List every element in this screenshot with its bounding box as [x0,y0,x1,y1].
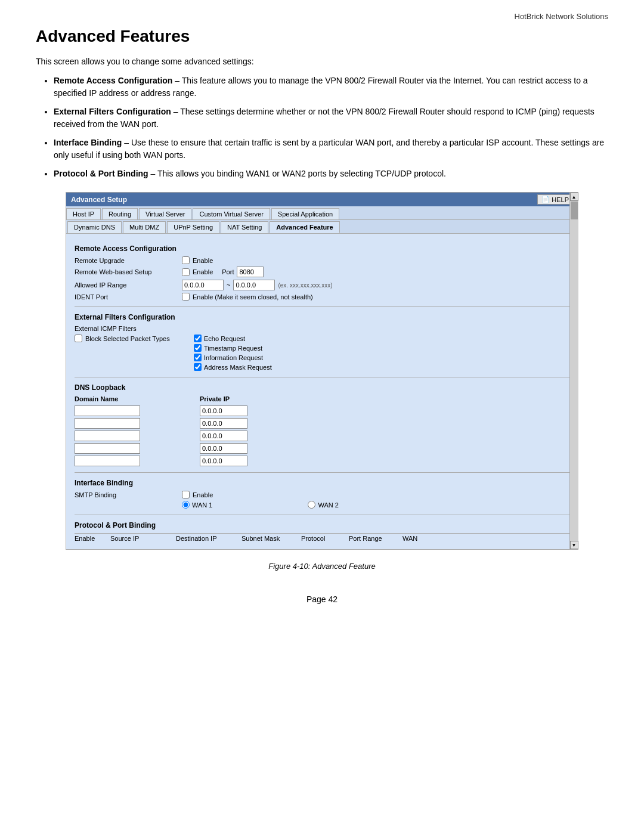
domain-input-3[interactable] [75,431,140,441]
protocol-table-header: Enable Source IP Destination IP Subnet M… [75,533,569,543]
scroll-up-button[interactable]: ▲ [570,193,578,201]
allowed-ip-row: Allowed IP Range ~ (ex. xxx.xxx.xxx.xxx) [75,280,569,290]
port-label: Port [222,268,234,275]
intro-text: This screen allows you to change some ad… [36,57,608,66]
divider1 [75,306,569,307]
wan2-radio-item: WAN 2 [308,501,338,509]
remote-upgrade-label: Remote Upgrade [75,257,182,264]
smtp-binding-label: SMTP Binding [75,491,182,498]
private-ip-input-1[interactable] [200,405,247,416]
information-request-label: Information Request [204,354,263,361]
ip-hint: (ex. xxx.xxx.xxx.xxx) [278,282,332,289]
block-control: Block Selected Packet Types [75,335,182,342]
tab-special-application[interactable]: Special Application [271,208,339,219]
tabs-row1: Host IP Routing Virtual Server Custom Vi… [66,206,578,220]
panel-content: Remote Access Configuration Remote Upgra… [66,234,578,549]
page-number: Page 42 [36,594,608,604]
help-label: HELP [552,196,569,203]
tab-advanced-feature[interactable]: Advanced Feature [270,221,339,233]
bullet4-bold: Protocol & Port Binding [54,169,151,178]
private-ip-label: Private IP [200,395,247,402]
private-ip-input-4[interactable] [200,443,247,454]
remote-upgrade-checkbox[interactable] [182,256,190,264]
tab-custom-virtual-server[interactable]: Custom Virtual Server [193,208,270,219]
protocol-port-title: Protocol & Port Binding [75,521,569,529]
divider4 [75,515,569,515]
help-button[interactable]: 📄 HELP [537,194,573,205]
timestamp-request-checkbox[interactable] [194,344,202,352]
domain-name-label: Domain Name [75,395,140,402]
private-ip-input-2[interactable] [200,418,247,429]
tab-multi-dmz[interactable]: Multi DMZ [123,221,166,233]
allowed-ip-control: ~ (ex. xxx.xxx.xxx.xxx) [182,280,333,290]
list-item: Interface Binding – Use these to ensure … [54,137,608,162]
smtp-enable-label: Enable [193,491,213,498]
scroll-thumb[interactable] [571,202,578,219]
col-port-range: Port Range [349,535,397,542]
tab-host-ip[interactable]: Host IP [66,208,101,219]
ip-to-input[interactable] [233,280,275,290]
divider2 [75,377,569,377]
wan1-radio[interactable] [182,501,190,509]
address-mask-label: Address Mask Request [204,364,272,371]
information-request-item: Information Request [194,354,272,361]
col-source-ip: Source IP [110,535,170,542]
ident-checkbox[interactable] [182,293,190,301]
wan2-radio[interactable] [308,501,315,509]
tab-dynamic-dns[interactable]: Dynamic DNS [67,221,122,233]
bullet3-text: – Use these to ensure that certain traff… [54,138,604,160]
scroll-down-button[interactable]: ▼ [570,541,578,549]
remote-access-title: Remote Access Configuration [75,244,569,253]
remote-web-enable-label: Enable [193,268,213,275]
advanced-setup-panel: Advanced Setup 📄 HELP Host IP Routing Vi… [66,192,578,550]
domain-input-4[interactable] [75,443,140,454]
private-ip-input-5[interactable] [200,456,247,466]
domain-input-2[interactable] [75,418,140,429]
tilde: ~ [227,281,230,289]
tab-nat-setting[interactable]: NAT Setting [221,221,268,233]
block-selected-label: Block Selected Packet Types [85,335,170,342]
external-icmp-label-row: External ICMP Filters [75,325,569,332]
list-item: External Filters Configuration – These s… [54,106,608,131]
page-title: Advanced Features [36,27,608,46]
echo-request-checkbox[interactable] [194,335,202,342]
domain-input-5[interactable] [75,456,140,466]
timestamp-request-label: Timestamp Request [204,345,262,352]
dns-loopback-title: DNS Loopback [75,383,569,392]
smtp-enable-checkbox[interactable] [182,491,190,498]
echo-request-label: Echo Request [204,335,245,342]
wan2-label: WAN 2 [318,501,338,509]
tab-routing[interactable]: Routing [102,208,138,219]
remote-web-control: Enable Port [182,267,264,277]
block-selected-checkbox[interactable] [75,335,82,342]
wan1-label: WAN 1 [192,501,212,509]
col-dest-ip: Destination IP [176,535,236,542]
col-protocol: Protocol [301,535,343,542]
panel-title: Advanced Setup [71,196,127,204]
scrollbar[interactable]: ▲ ▼ [569,193,578,549]
timestamp-request-item: Timestamp Request [194,344,272,352]
list-item: Remote Access Configuration – This featu… [54,75,608,100]
dns-ip-col: Private IP [200,395,247,466]
remote-web-checkbox[interactable] [182,268,190,276]
address-mask-checkbox[interactable] [194,363,202,371]
wan-selection-row: WAN 1 WAN 2 [75,501,569,509]
ident-text: Enable (Make it seem closed, not stealth… [193,293,313,301]
ip-from-input[interactable] [182,280,224,290]
interface-binding-title: Interface Binding [75,479,569,487]
ident-row: IDENT Port Enable (Make it seem closed, … [75,293,569,301]
smtp-control: Enable [182,491,213,498]
features-list: Remote Access Configuration – This featu… [36,75,608,180]
port-input[interactable] [237,267,264,277]
dns-table: Domain Name Private IP [75,395,569,466]
tab-virtual-server[interactable]: Virtual Server [139,208,191,219]
tab-upnp-setting[interactable]: UPnP Setting [167,221,219,233]
domain-input-1[interactable] [75,405,140,416]
ident-label: IDENT Port [75,293,182,301]
panel-titlebar: Advanced Setup 📄 HELP [66,193,578,206]
col-wan: WAN [402,535,426,542]
remote-upgrade-row: Remote Upgrade Enable [75,256,569,264]
information-request-checkbox[interactable] [194,354,202,361]
private-ip-input-3[interactable] [200,431,247,441]
external-filters-title: External Filters Configuration [75,313,569,321]
